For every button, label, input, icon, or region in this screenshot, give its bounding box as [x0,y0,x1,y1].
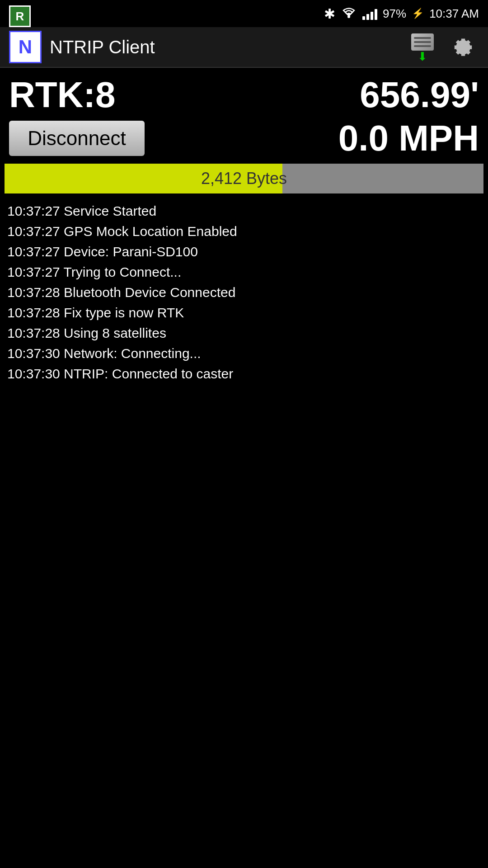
charge-lightning: ⚡ [412,8,424,19]
svg-point-0 [347,15,350,18]
signal-bar-4 [375,9,377,20]
app-logo: N [9,31,42,63]
download-server-button[interactable]: ⬇ [407,31,438,63]
altitude-value: 656.99' [360,77,479,113]
main-content: RTK:8 656.99' Disconnect 0.0 MPH 2,412 B… [0,68,488,391]
signal-strength [362,7,377,20]
status-bar: R ✱ 97% ⚡ 10:37 AM [0,0,488,27]
log-line-1: 10:37:27 Service Started [7,201,481,221]
app-indicator: R [9,5,31,27]
disconnect-button[interactable]: Disconnect [9,121,145,156]
download-server-icon: ⬇ [409,33,436,61]
log-line-9: 10:37:30 NTRIP: Connected to caster [7,363,481,384]
battery-percent: 97% [383,7,406,21]
log-line-7: 10:37:28 Using 8 satellites [7,323,481,343]
progress-bar-container: 2,412 Bytes [5,164,483,193]
logo-letter: N [16,35,35,59]
rtk-label: RTK:8 [9,77,116,113]
server-line-1 [414,37,431,39]
bluetooth-icon: ✱ [324,6,335,22]
settings-button[interactable] [447,31,479,63]
app-header: N NTRIP Client ⬇ [0,27,488,68]
speed-value: 0.0 MPH [338,118,479,159]
signal-bar-2 [366,14,369,20]
server-line-3 [414,45,431,47]
log-line-5: 10:37:28 Bluetooth Device Connected [7,282,481,302]
r-icon: R [9,5,31,27]
status-bar-right: ✱ 97% ⚡ 10:37 AM [324,6,479,22]
controls-row: Disconnect 0.0 MPH [5,113,483,164]
signal-bar-1 [362,16,365,20]
clock: 10:37 AM [429,7,479,21]
signal-bar-3 [371,12,373,20]
app-title: NTRIP Client [50,37,407,57]
wifi-icon [341,6,357,22]
server-line-2 [414,41,431,43]
download-arrow-icon: ⬇ [418,51,427,62]
progress-label: 2,412 Bytes [5,169,483,188]
log-line-3: 10:37:27 Device: Parani-SD100 [7,241,481,262]
rtk-row: RTK:8 656.99' [5,72,483,113]
header-icons: ⬇ [407,31,479,63]
gear-icon [450,33,477,61]
log-area: 10:37:27 Service Started10:37:27 GPS Moc… [5,198,483,387]
log-line-8: 10:37:30 Network: Connecting... [7,343,481,363]
server-body-icon [411,33,434,51]
log-line-4: 10:37:27 Trying to Connect... [7,262,481,282]
log-line-6: 10:37:28 Fix type is now RTK [7,302,481,323]
log-line-2: 10:37:27 GPS Mock Location Enabled [7,221,481,241]
